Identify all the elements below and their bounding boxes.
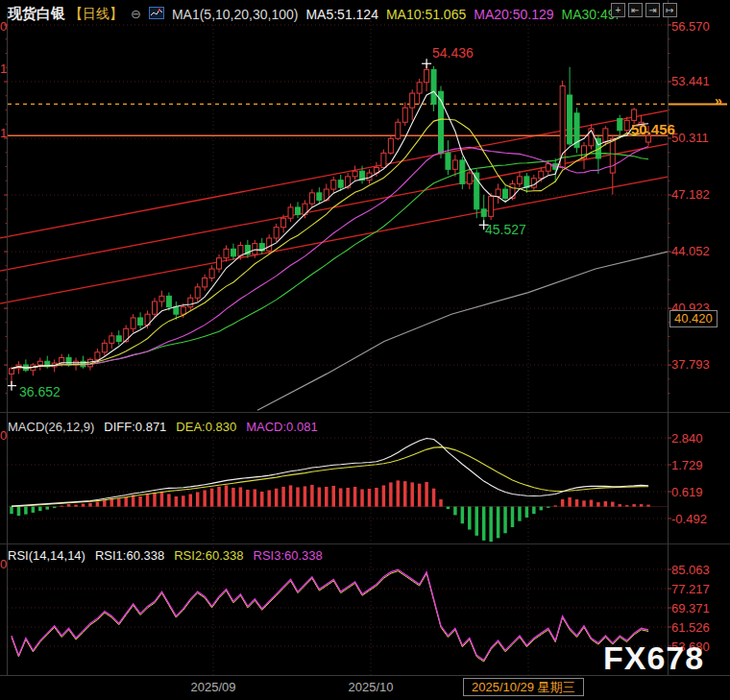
macd-title: MACD(26,12,9) (8, 420, 94, 434)
rsi-title: RSI(14,14,14) (8, 548, 85, 563)
ma5-value: MA5:51.124 (305, 7, 378, 22)
clipped-axis-fragment: 0 (0, 19, 7, 34)
macd-header: MACD(26,12,9) DIFF:0.871 DEA:0.830 MACD:… (8, 420, 318, 434)
pan-right-icon[interactable]: ↦ (663, 3, 677, 17)
ma-settings-label: MA1(5,10,20,30,100) (172, 7, 299, 22)
price-axis-label: 50.311 (671, 131, 709, 145)
price-axis-label: 47.182 (671, 187, 710, 202)
indicator-chart-icon (149, 7, 164, 22)
rsi-axis-label: 61.526 (671, 620, 710, 635)
price-axis-label: 37.793 (671, 357, 710, 372)
period-label: 【日线】 (69, 6, 123, 23)
chart-toolbar: + ⇤ ⇥ ↦ (611, 3, 677, 17)
price-axis-label: 44.052 (671, 244, 710, 258)
rsi3-value: RSI3:60.338 (254, 548, 323, 563)
high-price-annotation: 54.436 (432, 45, 474, 60)
macd-macd-value: MACD:0.081 (246, 420, 317, 434)
low-price-annotation: 45.527 (485, 222, 526, 237)
ma10-value: MA10:51.065 (386, 7, 466, 22)
rsi2-value: RSI2:60.338 (174, 548, 243, 563)
rsi-header: RSI(14,14,14) RSI1:60.338 RSI2:60.338 RS… (8, 548, 323, 563)
macd-axis-label: 2.840 (671, 431, 703, 446)
clipped-axis-fragment: 0 (0, 557, 7, 571)
x-axis-month-label: 2025/10 (332, 680, 409, 694)
clipped-axis-fragment: 1 (0, 61, 7, 76)
ma20-value: MA20:50.129 (474, 7, 553, 22)
rsi-axis-label: 85.063 (671, 563, 710, 577)
highlighted-price-label: 40.420 (669, 310, 718, 327)
macd-axis-label: -0.492 (671, 512, 707, 526)
price-axis-label: 56.570 (671, 19, 710, 34)
watermark: FX678 (603, 640, 704, 677)
trading-chart-window: 现货白银 【日线】 ⊖ MA1(5,10,20,30,100) MA5:51.1… (0, 0, 730, 700)
rsi1-value: RSI1:60.338 (95, 548, 164, 563)
macd-axis-label: 0.619 (671, 485, 703, 499)
current-date-label[interactable]: 2025/10/29 星期三 (463, 678, 584, 696)
clipped-axis-fragment: 0 (0, 428, 7, 443)
x-axis-month-label: 2025/09 (175, 680, 252, 694)
rsi-axis-label: 69.371 (671, 601, 710, 616)
macd-axis-label: 1.729 (671, 458, 703, 472)
symbol-name: 现货白银 (8, 5, 65, 23)
collapse-icon[interactable]: ⊖ (131, 7, 141, 21)
rsi-axis-label: 77.217 (671, 582, 710, 596)
price-axis-label: 53.441 (671, 74, 710, 88)
start-low-annotation: 36.652 (19, 384, 61, 399)
macd-diff-value: DIFF:0.871 (104, 420, 166, 434)
move-tool-icon[interactable]: + (611, 3, 625, 17)
chart-canvas[interactable] (0, 0, 730, 700)
chart-header: 现货白银 【日线】 ⊖ MA1(5,10,20,30,100) MA5:51.1… (8, 5, 619, 23)
axis-shrink-icon[interactable]: ⇤ (628, 3, 643, 17)
last-price-annotation: 50.456 (631, 121, 675, 137)
clipped-axis-fragment: 1 (0, 126, 7, 140)
axis-expand-icon[interactable]: ⇥ (645, 3, 660, 17)
alert-arrow-icon[interactable]: » (715, 93, 722, 109)
macd-dea-value: DEA:0.830 (176, 420, 236, 434)
